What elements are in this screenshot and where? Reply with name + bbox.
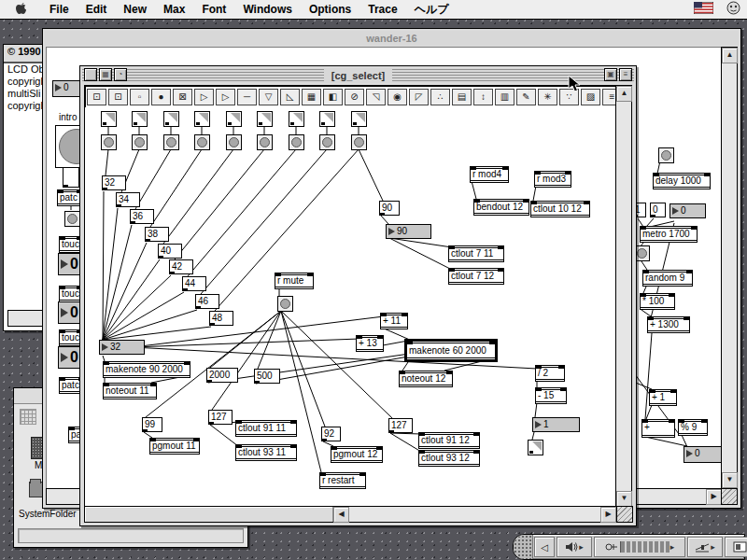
palette-icon-5[interactable]: ⊠ [173, 89, 192, 105]
message-box[interactable]: 42 [169, 259, 193, 274]
scroll-right-button[interactable]: ▶ [600, 507, 616, 523]
message-box[interactable]: 90 [379, 201, 400, 216]
scroll-up-button[interactable]: ▲ [616, 86, 632, 102]
bang-button[interactable] [101, 134, 117, 150]
object-box[interactable]: r mod4 [470, 166, 509, 183]
object-box[interactable]: ctlout 93 11 [235, 444, 297, 461]
palette-icon-1[interactable]: ⊡ [87, 89, 106, 105]
menu-options[interactable]: Options [301, 3, 359, 16]
application-menu-icon[interactable] [726, 1, 740, 19]
toggle-object[interactable] [101, 111, 117, 127]
message-box[interactable]: 44 [182, 276, 206, 291]
bang-button[interactable] [289, 134, 304, 150]
object-box[interactable]: r mute [275, 273, 314, 289]
bang-button[interactable] [658, 147, 674, 163]
object-box[interactable]: * 100 [640, 293, 675, 310]
control-strip-handle[interactable] [514, 535, 533, 559]
menu-max[interactable]: Max [155, 3, 193, 16]
object-box[interactable]: random 9 [642, 270, 693, 287]
menu-windows[interactable]: Windows [234, 3, 301, 16]
toggle-object[interactable] [194, 111, 210, 127]
apple-menu[interactable] [0, 2, 41, 18]
object-box[interactable]: makenote 90 2000 [103, 361, 190, 378]
palette-icon-8[interactable]: ─ [237, 89, 257, 105]
palette-icon-10[interactable]: ◺ [280, 89, 300, 105]
menu-font[interactable]: Font [193, 3, 234, 16]
object-box[interactable]: r restart [319, 472, 366, 489]
object-box[interactable]: + 1 [649, 389, 677, 406]
palette-icon-6[interactable]: ▷ [194, 89, 214, 105]
object-box[interactable]: + 1300 [647, 316, 690, 333]
palette-icon-2[interactable]: ⊡ [108, 89, 128, 105]
palette-icon-9[interactable]: ▽ [259, 89, 278, 105]
object-box[interactable]: % 9 [678, 419, 708, 436]
volume-module[interactable]: ▸ [557, 537, 592, 557]
object-box[interactable]: + 13 [356, 335, 384, 352]
scroll-down-button[interactable]: ▼ [616, 491, 632, 507]
object-box[interactable]: bendout 12 [473, 199, 529, 216]
object-box[interactable]: ctlout 7 11 [448, 245, 504, 262]
toggle-object[interactable] [351, 111, 367, 127]
patcher-titlebar[interactable]: [cg_select] [82, 68, 634, 83]
wander-titlebar[interactable]: wander-16 [45, 31, 739, 46]
palette-icon-20[interactable]: ▥ [495, 89, 514, 105]
object-box[interactable]: / 2 [535, 365, 565, 382]
toggle-object[interactable] [257, 111, 273, 127]
bang-button[interactable] [226, 134, 242, 150]
menu-edit[interactable]: Edit [78, 3, 116, 16]
titlebar-grid-icon[interactable]: ▦ [99, 68, 112, 81]
scrollbar-track[interactable] [349, 507, 600, 522]
message-box[interactable]: 34 [116, 192, 140, 207]
bang-button[interactable] [163, 134, 179, 150]
bang-button[interactable] [277, 296, 293, 312]
titlebar-clock-icon[interactable]: ◔ [114, 68, 127, 81]
bang-button[interactable] [194, 134, 210, 150]
object-box[interactable]: - 15 [535, 387, 567, 404]
message-box[interactable]: 48 [209, 311, 233, 326]
keyboard-flag-icon[interactable] [694, 1, 713, 18]
palette-icon-16[interactable]: ◸ [409, 89, 429, 105]
message-box[interactable]: 40 [158, 244, 182, 259]
object-box[interactable]: ctlout 91 11 [235, 420, 297, 437]
sound-level-module[interactable]: ▸ [594, 537, 685, 557]
object-box[interactable]: metro 1700 [640, 226, 698, 243]
small-object-box[interactable] [63, 167, 79, 188]
zoom-box[interactable]: ▣ [604, 68, 617, 81]
grid-view-icon[interactable] [20, 409, 36, 425]
palette-icon-23[interactable]: ∵ [559, 89, 579, 105]
bang-button[interactable] [351, 134, 367, 150]
resize-handle[interactable] [721, 488, 738, 505]
message-box[interactable]: 500 [254, 369, 280, 384]
bang-button[interactable] [132, 134, 148, 150]
message-box[interactable]: 99 [142, 417, 162, 432]
object-box[interactable]: r mod3 [534, 171, 571, 188]
scrollbar-track[interactable] [8, 311, 44, 326]
patcher-horizontal-scrollbar[interactable]: ◀ ▶ [84, 506, 617, 523]
message-box[interactable]: 0 [650, 203, 666, 217]
palette-icon-18[interactable]: ▤ [452, 89, 472, 105]
palette-icon-17[interactable]: ∴ [430, 89, 450, 105]
message-box[interactable]: 32 [102, 175, 126, 190]
toggle-object[interactable] [163, 111, 179, 127]
palette-icon-22[interactable]: ✳ [538, 89, 557, 105]
wander-vertical-scrollbar[interactable]: ▲ ▼ [721, 47, 738, 489]
menu-trace[interactable]: Trace [359, 3, 405, 16]
palette-icon-12[interactable]: ◧ [323, 89, 343, 105]
number-box[interactable]: 32 [99, 340, 145, 355]
object-box[interactable]: pgmout 12 [331, 446, 383, 463]
palette-icon-21[interactable]: ✎ [516, 89, 536, 105]
object-box[interactable]: + 11 [380, 313, 408, 329]
object-box[interactable]: ctlout 91 12 [418, 432, 480, 449]
number-box[interactable]: 0 [669, 203, 706, 218]
message-box[interactable]: 2000 [206, 368, 238, 383]
toggle-object[interactable] [132, 111, 148, 127]
object-box[interactable]: delay 1000 [653, 173, 711, 189]
palette-icon-7[interactable]: ▷ [216, 89, 235, 105]
palette-icon-24[interactable]: ▨ [581, 89, 600, 105]
scroll-down-button[interactable]: ▼ [722, 472, 738, 488]
number-box[interactable]: 90 [386, 224, 431, 239]
toggle-object[interactable] [319, 111, 335, 127]
bang-button[interactable] [257, 134, 273, 150]
object-box[interactable]: pgmout 11 [149, 438, 200, 455]
patcher-vertical-scrollbar[interactable]: ▲ ▼ [615, 85, 632, 508]
